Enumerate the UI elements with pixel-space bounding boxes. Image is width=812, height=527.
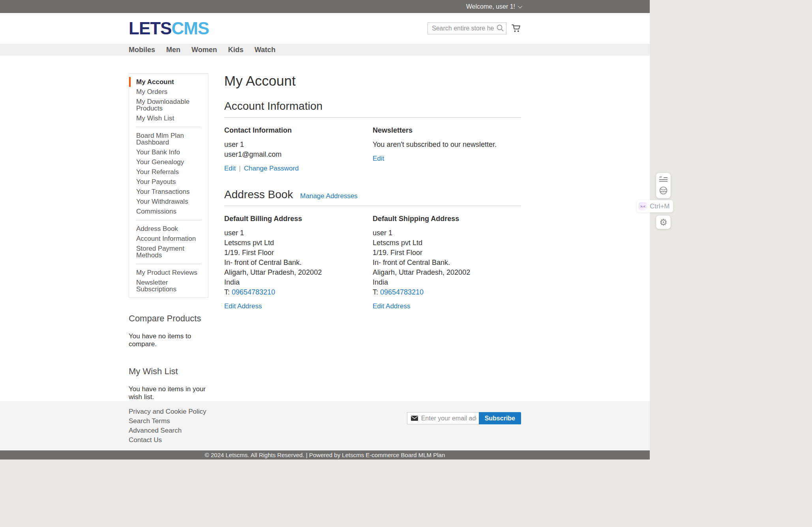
sidebar-item-my-product-reviews[interactable]: My Product Reviews	[129, 268, 208, 278]
wish-list-block: My Wish List You have no items in your w…	[129, 366, 208, 401]
sidebar-item-my-wish-list[interactable]: My Wish List	[129, 113, 208, 123]
shipping-address-line: In- front of Central Bank.	[373, 258, 513, 268]
footer-link-advanced-search[interactable]: Advanced Search	[129, 427, 182, 434]
footer-link-search-terms[interactable]: Search Terms	[129, 417, 170, 425]
newsletter-status: You aren't subscribed to our newsletter.	[373, 140, 513, 150]
billing-address-line: user 1	[224, 228, 365, 238]
copyright-bar: © 2024 Letscms. All Rights Reserved. | P…	[0, 450, 650, 459]
gear-icon[interactable]: ⚙	[659, 218, 668, 227]
search-icon[interactable]	[496, 24, 504, 33]
sidebar-item-stored-payment-methods[interactable]: Stored Payment Methods	[129, 244, 208, 260]
shipping-address-line: Letscms pvt Ltd	[373, 238, 513, 248]
page-title: My Account	[224, 73, 521, 89]
billing-phone-link[interactable]: 09654783210	[232, 288, 275, 296]
billing-address-line: In- front of Central Bank.	[224, 258, 365, 268]
svg-text:www: www	[660, 190, 667, 193]
sidebar-divider	[136, 220, 201, 220]
search-box	[428, 23, 506, 34]
billing-address-title: Default Billing Address	[224, 215, 365, 223]
edit-billing-address-link[interactable]: Edit Address	[224, 302, 262, 310]
extension-shortcut-hint[interactable]: >.< Ctrl+M	[637, 200, 673, 212]
sidebar-item-address-book[interactable]: Address Book	[129, 224, 208, 234]
logo-text-lets: LETS	[129, 19, 171, 38]
store-page: Welcome, user 1! LETSCMS	[0, 0, 650, 459]
newsletter-email-input[interactable]	[421, 415, 476, 422]
nav-item-mobiles[interactable]: Mobiles	[129, 44, 155, 56]
edit-shipping-address-link[interactable]: Edit Address	[373, 302, 410, 310]
nav-item-watch[interactable]: Watch	[255, 44, 276, 56]
nav-item-men[interactable]: Men	[166, 44, 180, 56]
extension-settings-card: ⚙	[656, 216, 671, 229]
default-billing-address-box: Default Billing Address user 1 Letscms p…	[224, 215, 373, 310]
account-navigation: My Account My Orders My Downloadable Pro…	[129, 73, 208, 298]
edit-contact-link[interactable]: Edit	[224, 165, 236, 172]
manage-addresses-link[interactable]: Manage Addresses	[300, 192, 358, 200]
sidebar-item-your-transactions[interactable]: Your Transactions	[129, 187, 208, 197]
shipping-address-title: Default Shipping Address	[373, 215, 513, 223]
sidebar-item-board-mlm-plan-dashboard[interactable]: Board Mlm Plan Dashboard	[129, 131, 208, 147]
wish-list-title: My Wish List	[129, 366, 208, 377]
sidebar-item-commissions[interactable]: Commissions	[129, 206, 208, 216]
welcome-text: Welcome, user 1!	[466, 3, 515, 10]
wish-list-empty-text: You have no items in your wish list.	[129, 385, 208, 401]
account-information-heading: Account Information	[224, 100, 323, 113]
account-information-section: Account Information Contact Information …	[224, 100, 521, 173]
billing-address-line: Letscms pvt Ltd	[224, 238, 365, 248]
store-logo[interactable]: LETSCMS	[129, 20, 209, 37]
contact-email: user1@gmail.com	[224, 150, 365, 159]
shipping-address-line: Aligarh, Uttar Pradesh, 202002	[373, 268, 513, 278]
billing-address-line: 1/19. First Floor	[224, 248, 365, 258]
globe-www-icon[interactable]: www	[659, 186, 668, 195]
main-nav: Mobiles Men Women Kids Watch	[0, 44, 650, 56]
sidebar-item-your-payouts[interactable]: Your Payouts	[129, 177, 208, 187]
welcome-user-dropdown[interactable]: Welcome, user 1!	[466, 3, 521, 10]
extension-face-icon: >.<	[639, 202, 647, 210]
address-book-heading: Address Book	[224, 188, 293, 201]
newsletter-signup: Subscribe	[407, 412, 521, 424]
address-book-section: Address Book Manage Addresses Default Bi…	[224, 188, 521, 310]
shipping-phone-label: T:	[373, 288, 380, 296]
sidebar-item-my-account[interactable]: My Account	[129, 77, 208, 87]
sidebar-column: My Account My Orders My Downloadable Pro…	[129, 56, 208, 401]
footer-link-contact-us[interactable]: Contact Us	[129, 436, 162, 444]
svg-text:“: “	[659, 176, 662, 181]
sidebar-item-your-genealogy[interactable]: Your Genealogy	[129, 157, 208, 167]
subscribe-button[interactable]: Subscribe	[479, 412, 521, 424]
search-input[interactable]	[428, 23, 506, 34]
copyright-text: © 2024 Letscms. All Rights Reserved. | P…	[205, 452, 445, 458]
cart-icon[interactable]	[512, 24, 521, 34]
footer: Privacy and Cookie Policy Search Terms A…	[0, 401, 650, 450]
sidebar-item-your-referrals[interactable]: Your Referrals	[129, 167, 208, 177]
sidebar-item-your-bank-info[interactable]: Your Bank Info	[129, 147, 208, 157]
sidebar-item-my-orders[interactable]: My Orders	[129, 87, 208, 97]
citation-icon[interactable]: “	[659, 176, 668, 183]
extension-shortcut-label: Ctrl+M	[650, 203, 670, 210]
sidebar-divider	[136, 127, 201, 127]
compare-products-title: Compare Products	[129, 313, 208, 324]
change-password-link[interactable]: Change Password	[244, 165, 299, 172]
compare-products-empty-text: You have no items to compare.	[129, 332, 208, 348]
nav-item-kids[interactable]: Kids	[228, 44, 244, 56]
shipping-address-line: India	[373, 278, 513, 287]
content-area: My Account My Orders My Downloadable Pro…	[0, 56, 650, 401]
sidebar-item-newsletter-subscriptions[interactable]: Newsletter Subscriptions	[129, 278, 208, 294]
contact-information-title: Contact Information	[224, 126, 365, 135]
contact-information-box: Contact Information user 1 user1@gmail.c…	[224, 126, 373, 173]
top-bar: Welcome, user 1!	[0, 0, 650, 13]
main-column: My Account Account Information Contact I…	[224, 56, 521, 326]
sidebar-item-my-downloadable-products[interactable]: My Downloadable Products	[129, 97, 208, 113]
sidebar-item-your-withdrawals[interactable]: Your Withdrawals	[129, 197, 208, 206]
chevron-down-icon	[518, 4, 522, 8]
shipping-address-line: 1/19. First Floor	[373, 248, 513, 258]
newsletters-box: Newsletters You aren't subscribed to our…	[373, 126, 521, 173]
edit-newsletter-link[interactable]: Edit	[373, 155, 384, 162]
shipping-phone-link[interactable]: 09654783210	[380, 288, 424, 296]
newsletters-title: Newsletters	[373, 126, 513, 135]
shipping-address-line: user 1	[373, 228, 513, 238]
compare-products-block: Compare Products You have no items to co…	[129, 313, 208, 348]
contact-name: user 1	[224, 140, 365, 150]
sidebar-divider	[136, 264, 201, 264]
sidebar-item-account-information[interactable]: Account Information	[129, 234, 208, 244]
footer-link-privacy[interactable]: Privacy and Cookie Policy	[129, 408, 206, 415]
nav-item-women[interactable]: Women	[191, 44, 217, 56]
